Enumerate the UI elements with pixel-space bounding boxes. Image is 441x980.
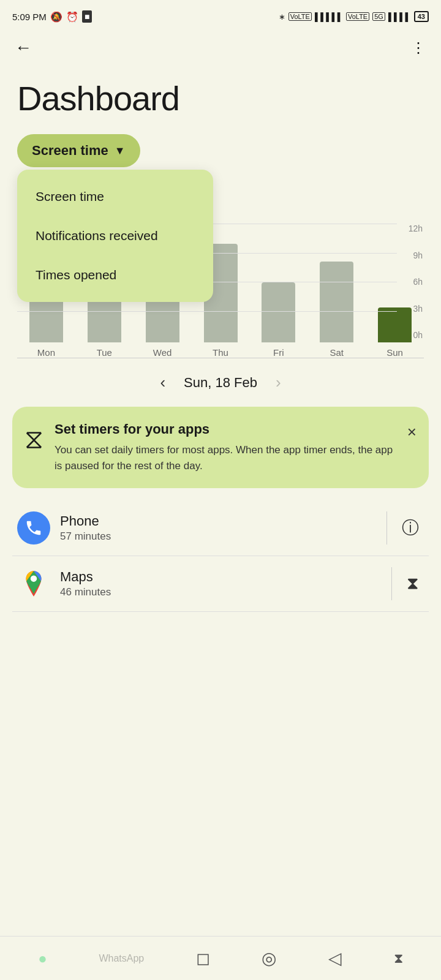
- timer-banner-description: You can set daily timers for most apps. …: [55, 442, 396, 473]
- current-date-label: Sun, 18 Feb: [184, 375, 257, 391]
- phone-divider: [386, 511, 387, 545]
- y-label-0h: 0h: [413, 330, 423, 340]
- maps-app-icon: [17, 567, 50, 600]
- bar-sat-fill: [320, 262, 353, 342]
- timer-banner-close-button[interactable]: ×: [407, 423, 417, 442]
- app-item-phone: Phone 57 minutes ⓘ: [12, 500, 429, 556]
- date-navigation: ‹ Sun, 18 Feb ›: [0, 358, 441, 402]
- signal-icon1: ▌▌▌▌▌: [315, 12, 343, 21]
- dropdown-menu: Screen time Notifications received Times…: [17, 170, 213, 302]
- bar-fri: Fri: [249, 242, 307, 358]
- alarm-icon: ⏰: [66, 11, 78, 23]
- maps-app-time: 46 minutes: [60, 586, 382, 598]
- phone-app-icon: [17, 511, 50, 545]
- app-item-maps: Maps 46 minutes ⧗: [12, 556, 429, 612]
- y-label-3h: 3h: [413, 304, 423, 314]
- phone-app-info: Phone 57 minutes: [60, 513, 377, 543]
- phone-info-button[interactable]: ⓘ: [397, 514, 424, 542]
- battery-indicator: 43: [414, 11, 429, 22]
- day-label-tue: Tue: [97, 347, 112, 358]
- overflow-menu-button[interactable]: ⋮: [411, 39, 426, 56]
- day-label-mon: Mon: [37, 347, 55, 358]
- back-nav-button[interactable]: ◁: [328, 948, 342, 968]
- top-bar: ← ⋮: [0, 32, 441, 64]
- day-label-sun: Sun: [386, 347, 403, 358]
- phone-app-time: 57 minutes: [60, 530, 377, 543]
- phone-app-name: Phone: [60, 513, 377, 529]
- volte-icon2: VoLTE: [346, 12, 369, 21]
- maps-app-info: Maps 46 minutes: [60, 569, 382, 598]
- maps-divider: [391, 567, 392, 600]
- status-right: ∗ VoLTE ▌▌▌▌▌ VoLTE 5G ▌▌▌▌ 43: [279, 11, 429, 22]
- day-label-wed: Wed: [153, 347, 172, 358]
- bottom-navigation-bar: ● WhatsApp ◻ ◎ ◁ ⧗: [0, 936, 441, 980]
- y-label-6h: 6h: [413, 277, 423, 287]
- y-label-12h: 12h: [409, 224, 423, 233]
- prev-date-button[interactable]: ‹: [160, 373, 165, 392]
- dropdown-selected-label: Screen time: [32, 143, 108, 159]
- screen-record-icon: ■: [82, 10, 92, 23]
- next-date-button[interactable]: ›: [276, 373, 281, 392]
- screen-time-dropdown[interactable]: Screen time ▼: [17, 134, 140, 167]
- time-display: 5:09 PM: [12, 12, 47, 22]
- svg-point-0: [31, 575, 37, 581]
- dropdown-section: Screen time ▼ Screen time Notifications …: [0, 128, 441, 167]
- day-label-fri: Fri: [273, 347, 284, 358]
- screen-time-nav-icon[interactable]: ⧗: [394, 951, 403, 967]
- chart-y-labels: 12h 9h 6h 3h 0h: [409, 224, 424, 340]
- fiveg-icon: 5G: [372, 12, 385, 21]
- bluetooth-icon: ∗: [279, 12, 285, 21]
- bar-sun-fill: [378, 307, 412, 342]
- home-button[interactable]: ◻: [196, 948, 210, 968]
- bar-sat: Sat: [307, 242, 366, 358]
- timer-banner-title: Set timers for your apps: [55, 421, 396, 437]
- mute-icon: 🔕: [50, 11, 62, 23]
- maps-app-name: Maps: [60, 569, 382, 585]
- status-bar: 5:09 PM 🔕 ⏰ ■ ∗ VoLTE ▌▌▌▌▌ VoLTE 5G ▌▌▌…: [0, 0, 441, 32]
- dropdown-item-times-opened[interactable]: Times opened: [17, 255, 213, 295]
- day-label-thu: Thu: [213, 347, 228, 358]
- volte-icon: VoLTE: [288, 12, 312, 21]
- whatsapp-label: WhatsApp: [99, 953, 144, 964]
- bar-fri-fill: [262, 282, 295, 342]
- day-label-sat: Sat: [330, 347, 344, 358]
- app-list: Phone 57 minutes ⓘ Maps 46 minutes ⧗: [0, 500, 441, 612]
- maps-timer-button[interactable]: ⧗: [402, 571, 424, 597]
- timer-banner: ⧖ Set timers for your apps You can set d…: [12, 407, 429, 488]
- dropdown-item-notifications[interactable]: Notifications received: [17, 216, 213, 255]
- dropdown-item-screen-time[interactable]: Screen time: [17, 177, 213, 216]
- timer-text-block: Set timers for your apps You can set dai…: [55, 421, 396, 473]
- recents-button[interactable]: ◎: [262, 948, 276, 968]
- status-left: 5:09 PM 🔕 ⏰ ■: [12, 10, 92, 23]
- y-label-9h: 9h: [413, 251, 423, 260]
- whatsapp-icon[interactable]: ●: [38, 950, 47, 967]
- dropdown-arrow-icon: ▼: [115, 145, 126, 157]
- back-button[interactable]: ←: [15, 38, 32, 58]
- signal-icon2: ▌▌▌▌: [388, 12, 411, 21]
- timer-hourglass-icon: ⧖: [24, 424, 43, 455]
- page-title: Dashboard: [0, 64, 441, 128]
